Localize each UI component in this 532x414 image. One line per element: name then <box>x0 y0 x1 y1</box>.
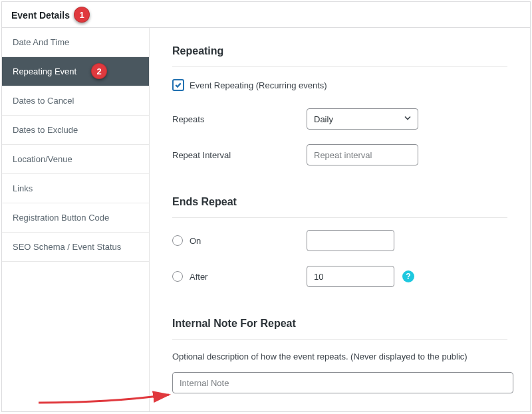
divider <box>172 339 507 340</box>
sidebar-item-seo-schema[interactable]: SEO Schema / Event Status <box>2 233 149 262</box>
sidebar-item-location[interactable]: Location/Venue <box>2 145 149 174</box>
sidebar-item-date-time[interactable]: Date And Time <box>2 28 149 57</box>
section-title-internal-note: Internal Note For Repeat <box>172 318 507 330</box>
ends-after-label: After <box>190 272 207 282</box>
callout-badge-1: 1 <box>74 7 90 23</box>
repeats-select[interactable]: Daily <box>307 108 418 130</box>
sidebar-item-label: Registration Button Code <box>13 213 109 223</box>
sidebar-item-dates-exclude[interactable]: Dates to Exclude <box>2 116 149 145</box>
repeat-interval-input[interactable] <box>307 144 418 165</box>
sidebar-item-label: Links <box>13 183 33 193</box>
section-title-ends-repeat: Ends Repeat <box>172 196 507 208</box>
content-area: Repeating Event Repeating (Recurring eve… <box>150 28 530 411</box>
panel-header: Event Details 1 <box>2 2 530 28</box>
sidebar-item-label: Repeating Event <box>13 66 76 76</box>
internal-note-desc: Optional description of how the event re… <box>172 352 507 362</box>
sidebar-item-label: Dates to Exclude <box>13 125 78 135</box>
help-icon[interactable]: ? <box>402 270 414 282</box>
ends-after-input[interactable] <box>307 266 394 287</box>
internal-note-input[interactable] <box>172 372 513 393</box>
sidebar-item-links[interactable]: Links <box>2 174 149 203</box>
sidebar-item-dates-cancel[interactable]: Dates to Cancel <box>2 86 149 116</box>
event-repeating-checkbox[interactable] <box>172 79 184 91</box>
sidebar-item-label: Date And Time <box>13 37 69 47</box>
sidebar-item-repeating-event[interactable]: Repeating Event 2 <box>2 57 149 86</box>
sidebar-item-label: Dates to Cancel <box>13 96 74 106</box>
check-icon <box>174 81 182 89</box>
sidebar-item-label: Location/Venue <box>13 154 72 164</box>
ends-on-radio[interactable] <box>172 235 183 246</box>
repeats-select-value: Daily <box>314 114 333 124</box>
repeats-label: Repeats <box>172 114 307 124</box>
panel-title: Event Details <box>11 10 70 21</box>
divider <box>172 217 507 218</box>
sidebar-item-label: SEO Schema / Event Status <box>13 242 121 252</box>
callout-badge-2: 2 <box>91 63 107 79</box>
sidebar: Date And Time Repeating Event 2 Dates to… <box>2 28 150 411</box>
section-title-repeating: Repeating <box>172 45 507 57</box>
divider <box>172 66 507 67</box>
ends-after-radio[interactable] <box>172 271 183 282</box>
event-repeating-checkbox-label: Event Repeating (Recurring events) <box>190 80 327 90</box>
repeat-interval-label: Repeat Interval <box>172 150 307 160</box>
ends-on-input[interactable] <box>307 230 394 251</box>
sidebar-item-registration-button[interactable]: Registration Button Code <box>2 203 149 233</box>
ends-on-label: On <box>190 236 201 246</box>
